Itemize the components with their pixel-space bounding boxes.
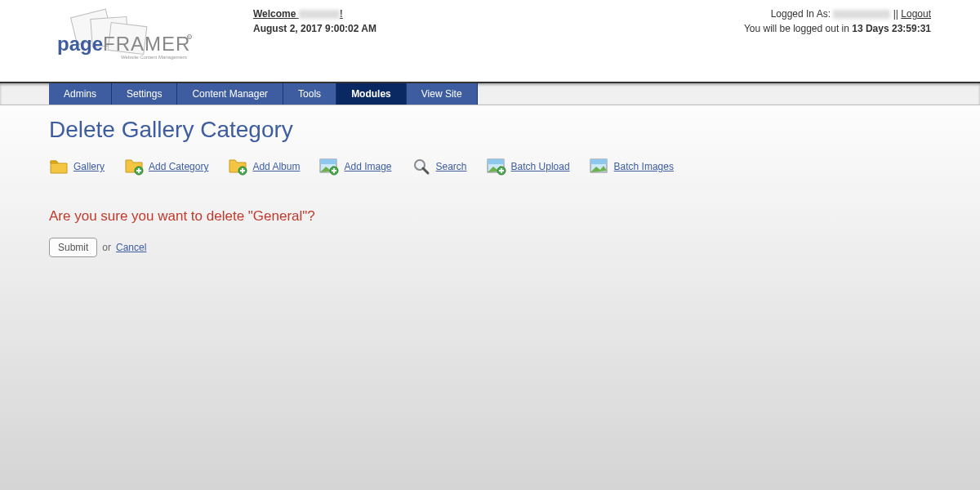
brand-text-page: page [57, 33, 103, 55]
svg-rect-12 [488, 159, 504, 164]
folder-icon [49, 158, 69, 176]
or-text: or [102, 242, 111, 253]
nav-tab-view-site[interactable]: View Site [407, 83, 478, 105]
nav-tab-settings[interactable]: Settings [112, 83, 177, 105]
header: page FRAMER R Website Content Management… [0, 0, 980, 82]
welcome-label: Welcome [253, 8, 299, 20]
nav-tab-tools[interactable]: Tools [283, 83, 336, 105]
tool-add-album-link[interactable]: Add Album [252, 161, 300, 172]
content: Delete Gallery Category Gallery Add Cate… [0, 105, 980, 490]
logout-link[interactable]: Logout [901, 8, 931, 20]
tool-add-album[interactable]: Add Album [228, 158, 300, 176]
current-datetime: August 2, 2017 9:00:02 AM [253, 23, 376, 34]
nav-bar: AdminsSettingsContent ManagerToolsModule… [0, 82, 980, 105]
brand-text-framer: FRAMER [103, 33, 190, 55]
page-title: Delete Gallery Category [49, 117, 931, 143]
login-info: Logged In As: || Logout You will be logg… [744, 8, 931, 34]
brand-tagline: Website Content Management [121, 55, 187, 60]
tool-batch-images-link[interactable]: Batch Images [614, 161, 674, 172]
folder-plus-icon [228, 158, 247, 176]
search-icon [412, 158, 431, 176]
expire-countdown: 13 Days 23:59:31 [852, 23, 931, 34]
gallery-toolbar: Gallery Add Category Add Album [49, 158, 931, 176]
pageframer-logo: page FRAMER R Website Content Management [49, 8, 196, 74]
folder-plus-icon [124, 158, 144, 176]
action-row: Submit or Cancel [49, 238, 931, 257]
welcome-block: Welcome ! August 2, 2017 9:00:02 AM [253, 8, 376, 34]
tool-add-image-link[interactable]: Add Image [344, 161, 391, 172]
tool-gallery-link[interactable]: Gallery [74, 161, 105, 172]
tool-batch-upload-link[interactable]: Batch Upload [511, 161, 570, 172]
tool-add-image[interactable]: Add Image [319, 158, 391, 176]
tool-batch-upload[interactable]: Batch Upload [487, 158, 570, 176]
cancel-link[interactable]: Cancel [116, 242, 146, 253]
svg-rect-15 [590, 159, 607, 164]
tool-add-category-link[interactable]: Add Category [149, 161, 208, 172]
image-icon [590, 158, 609, 176]
submit-button[interactable]: Submit [49, 238, 97, 257]
confirm-message: Are you sure you want to delete "General… [49, 208, 931, 225]
brand-logo: page FRAMER R Website Content Management [49, 8, 253, 74]
sep: || [890, 8, 901, 20]
tool-add-category[interactable]: Add Category [124, 158, 208, 176]
expire-label: You will be logged out in [744, 23, 852, 34]
nav-tab-content-manager[interactable]: Content Manager [177, 83, 283, 105]
welcome-suffix: ! [340, 8, 343, 20]
nav-tab-admins[interactable]: Admins [49, 83, 112, 105]
tool-search-link[interactable]: Search [436, 161, 467, 172]
logged-in-label: Logged In As: [771, 8, 834, 20]
tool-search[interactable]: Search [412, 158, 467, 176]
username-redacted [299, 10, 340, 19]
nav-tab-modules[interactable]: Modules [336, 83, 407, 105]
image-plus-icon [319, 158, 339, 176]
tool-batch-images[interactable]: Batch Images [590, 158, 674, 176]
image-plus-icon [487, 158, 506, 176]
login-name-redacted [833, 10, 890, 19]
tool-gallery[interactable]: Gallery [49, 158, 105, 176]
svg-rect-8 [320, 159, 336, 164]
